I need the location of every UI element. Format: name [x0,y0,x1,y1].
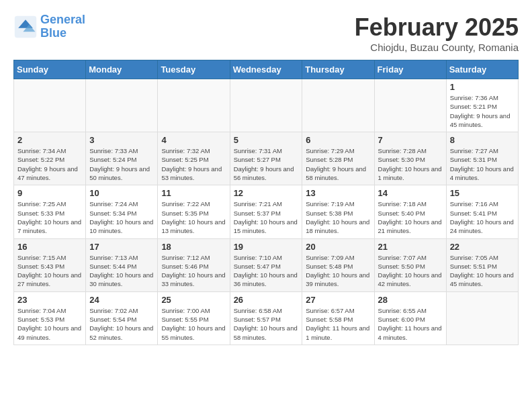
logo: General Blue [13,13,85,40]
day-info: Sunrise: 7:29 AM Sunset: 5:28 PM Dayligh… [306,146,370,182]
day-number: 2 [17,135,82,145]
day-info: Sunrise: 7:33 AM Sunset: 5:24 PM Dayligh… [89,146,154,182]
day-number: 20 [306,242,370,252]
day-info: Sunrise: 7:27 AM Sunset: 5:31 PM Dayligh… [450,146,515,182]
day-number: 8 [450,135,515,145]
day-info: Sunrise: 7:02 AM Sunset: 5:54 PM Dayligh… [89,306,154,342]
location-title: Chiojdu, Buzau County, Romania [355,42,519,53]
day-number: 19 [234,242,299,252]
calendar-day-cell: 25Sunrise: 7:00 AM Sunset: 5:55 PM Dayli… [158,291,230,345]
calendar-day-cell: 6Sunrise: 7:29 AM Sunset: 5:28 PM Daylig… [302,132,374,185]
day-info: Sunrise: 7:22 AM Sunset: 5:35 PM Dayligh… [161,199,226,235]
day-info: Sunrise: 7:12 AM Sunset: 5:46 PM Dayligh… [161,253,226,289]
day-number: 5 [234,135,299,145]
calendar-day-cell: 10Sunrise: 7:24 AM Sunset: 5:34 PM Dayli… [86,185,158,238]
calendar-day-cell: 9Sunrise: 7:25 AM Sunset: 5:33 PM Daylig… [14,185,86,238]
page-header: General Blue February 2025 Chiojdu, Buza… [13,13,519,53]
calendar-day-cell: 12Sunrise: 7:21 AM Sunset: 5:37 PM Dayli… [230,185,302,238]
day-of-week-header: Tuesday [158,60,230,79]
calendar-header-row: SundayMondayTuesdayWednesdayThursdayFrid… [14,60,519,79]
calendar-week-row: 2Sunrise: 7:34 AM Sunset: 5:22 PM Daylig… [14,132,519,185]
day-number: 24 [89,295,154,305]
day-number: 13 [306,188,370,198]
calendar-week-row: 1Sunrise: 7:36 AM Sunset: 5:21 PM Daylig… [14,79,519,132]
calendar-day-cell: 2Sunrise: 7:34 AM Sunset: 5:22 PM Daylig… [14,132,86,185]
day-of-week-header: Wednesday [230,60,302,79]
calendar-day-cell: 16Sunrise: 7:15 AM Sunset: 5:43 PM Dayli… [14,238,86,291]
calendar-day-cell: 14Sunrise: 7:18 AM Sunset: 5:40 PM Dayli… [374,185,446,238]
calendar-day-cell: 27Sunrise: 6:57 AM Sunset: 5:58 PM Dayli… [302,291,374,345]
calendar-day-cell: 26Sunrise: 6:58 AM Sunset: 5:57 PM Dayli… [230,291,302,345]
day-info: Sunrise: 7:25 AM Sunset: 5:33 PM Dayligh… [17,199,82,235]
day-number: 17 [89,242,154,252]
logo-text: General Blue [40,13,85,40]
calendar-day-cell: 28Sunrise: 6:55 AM Sunset: 6:00 PM Dayli… [374,291,446,345]
day-info: Sunrise: 7:04 AM Sunset: 5:53 PM Dayligh… [17,306,82,342]
day-number: 7 [378,135,443,145]
day-info: Sunrise: 7:31 AM Sunset: 5:27 PM Dayligh… [234,146,299,182]
day-info: Sunrise: 7:00 AM Sunset: 5:55 PM Dayligh… [161,306,226,342]
calendar-day-cell [302,79,374,132]
calendar-day-cell: 5Sunrise: 7:31 AM Sunset: 5:27 PM Daylig… [230,132,302,185]
calendar-day-cell: 11Sunrise: 7:22 AM Sunset: 5:35 PM Dayli… [158,185,230,238]
day-info: Sunrise: 7:05 AM Sunset: 5:51 PM Dayligh… [450,253,515,289]
day-number: 16 [17,242,82,252]
day-info: Sunrise: 7:34 AM Sunset: 5:22 PM Dayligh… [17,146,82,182]
calendar-day-cell: 3Sunrise: 7:33 AM Sunset: 5:24 PM Daylig… [86,132,158,185]
day-info: Sunrise: 7:36 AM Sunset: 5:21 PM Dayligh… [450,93,515,129]
day-info: Sunrise: 6:57 AM Sunset: 5:58 PM Dayligh… [306,306,370,342]
day-number: 23 [17,295,82,305]
calendar-day-cell: 24Sunrise: 7:02 AM Sunset: 5:54 PM Dayli… [86,291,158,345]
day-of-week-header: Friday [374,60,446,79]
month-title: February 2025 [355,13,519,42]
day-info: Sunrise: 7:09 AM Sunset: 5:48 PM Dayligh… [306,253,370,289]
calendar-day-cell: 20Sunrise: 7:09 AM Sunset: 5:48 PM Dayli… [302,238,374,291]
calendar-day-cell: 17Sunrise: 7:13 AM Sunset: 5:44 PM Dayli… [86,238,158,291]
day-info: Sunrise: 6:55 AM Sunset: 6:00 PM Dayligh… [378,306,443,342]
day-number: 4 [161,135,226,145]
day-of-week-header: Monday [86,60,158,79]
calendar-day-cell: 23Sunrise: 7:04 AM Sunset: 5:53 PM Dayli… [14,291,86,345]
calendar-day-cell [14,79,86,132]
day-info: Sunrise: 7:16 AM Sunset: 5:41 PM Dayligh… [450,199,515,235]
calendar-day-cell [230,79,302,132]
day-number: 18 [161,242,226,252]
calendar-day-cell: 19Sunrise: 7:10 AM Sunset: 5:47 PM Dayli… [230,238,302,291]
calendar-day-cell: 4Sunrise: 7:32 AM Sunset: 5:25 PM Daylig… [158,132,230,185]
logo-icon [13,15,38,39]
calendar-week-row: 9Sunrise: 7:25 AM Sunset: 5:33 PM Daylig… [14,185,519,238]
calendar-day-cell [86,79,158,132]
day-number: 3 [89,135,154,145]
day-info: Sunrise: 7:19 AM Sunset: 5:38 PM Dayligh… [306,199,370,235]
calendar-week-row: 23Sunrise: 7:04 AM Sunset: 5:53 PM Dayli… [14,291,519,345]
day-info: Sunrise: 7:13 AM Sunset: 5:44 PM Dayligh… [89,253,154,289]
calendar-week-row: 16Sunrise: 7:15 AM Sunset: 5:43 PM Dayli… [14,238,519,291]
day-info: Sunrise: 7:10 AM Sunset: 5:47 PM Dayligh… [234,253,299,289]
day-info: Sunrise: 7:21 AM Sunset: 5:37 PM Dayligh… [234,199,299,235]
day-info: Sunrise: 7:24 AM Sunset: 5:34 PM Dayligh… [89,199,154,235]
calendar-day-cell: 13Sunrise: 7:19 AM Sunset: 5:38 PM Dayli… [302,185,374,238]
day-number: 11 [161,188,226,198]
calendar-day-cell: 18Sunrise: 7:12 AM Sunset: 5:46 PM Dayli… [158,238,230,291]
day-number: 9 [17,188,82,198]
day-number: 14 [378,188,443,198]
calendar-day-cell: 22Sunrise: 7:05 AM Sunset: 5:51 PM Dayli… [446,238,518,291]
day-number: 26 [234,295,299,305]
day-info: Sunrise: 7:15 AM Sunset: 5:43 PM Dayligh… [17,253,82,289]
day-number: 1 [450,82,515,92]
day-info: Sunrise: 7:28 AM Sunset: 5:30 PM Dayligh… [378,146,443,182]
day-number: 6 [306,135,370,145]
day-number: 21 [378,242,443,252]
day-number: 27 [306,295,370,305]
day-info: Sunrise: 6:58 AM Sunset: 5:57 PM Dayligh… [234,306,299,342]
calendar-day-cell [158,79,230,132]
day-of-week-header: Sunday [14,60,86,79]
calendar-day-cell: 15Sunrise: 7:16 AM Sunset: 5:41 PM Dayli… [446,185,518,238]
calendar-day-cell [446,291,518,345]
calendar-day-cell [374,79,446,132]
day-of-week-header: Saturday [446,60,518,79]
day-number: 10 [89,188,154,198]
day-info: Sunrise: 7:07 AM Sunset: 5:50 PM Dayligh… [378,253,443,289]
day-number: 28 [378,295,443,305]
calendar-table: SundayMondayTuesdayWednesdayThursdayFrid… [13,60,519,345]
